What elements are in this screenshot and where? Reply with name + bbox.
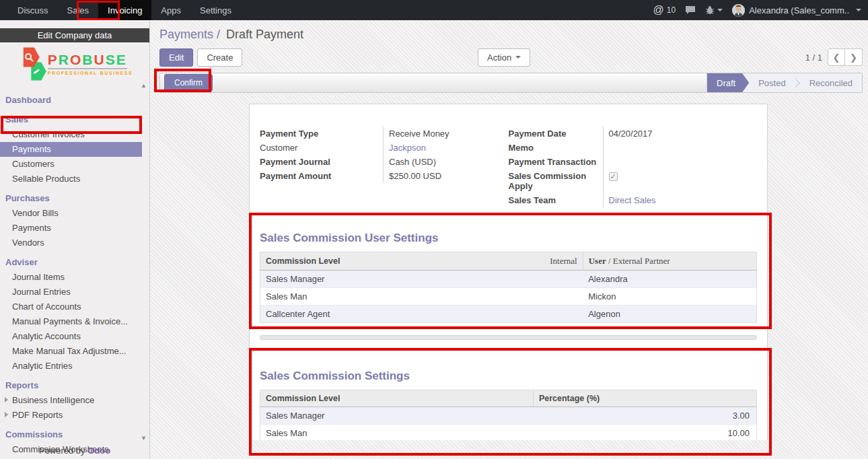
sidebar-section-label-dashboard[interactable]: Dashboard bbox=[0, 93, 149, 108]
cell-sales-manager-level[interactable]: Sales Manager bbox=[260, 271, 583, 288]
sidebar-item-business-intelligence[interactable]: Business Intelligence bbox=[0, 393, 149, 408]
field-label-memo: Memo bbox=[509, 141, 603, 155]
expand-caret-icon bbox=[5, 412, 8, 417]
cell-callcenter-agent-user[interactable]: Algenon bbox=[583, 306, 756, 323]
sidebar-item-payments[interactable]: Payments bbox=[0, 142, 142, 157]
form-column-right: Payment Date04/20/2017MemoPayment Transa… bbox=[509, 127, 758, 207]
field-value-payment-date: 04/20/2017 bbox=[603, 127, 758, 141]
table-hscroll-strip[interactable] bbox=[260, 335, 757, 340]
breadcrumb-payments-link[interactable]: Payments / bbox=[159, 28, 220, 41]
button-row: Edit Create Action 1 / 1 ❮ ❯ bbox=[159, 47, 863, 67]
powered-by-text: Powered by bbox=[39, 446, 85, 456]
create-button[interactable]: Create bbox=[197, 48, 242, 67]
sidebar-section-dashboard: Dashboard bbox=[0, 93, 149, 108]
user-caret-icon bbox=[856, 9, 861, 11]
user-menu[interactable]: Alexandra (Sales_comm.. bbox=[732, 4, 861, 17]
field-value-memo bbox=[603, 141, 758, 155]
payment-form: Payment TypeReceive MoneyCustomerJackpso… bbox=[260, 127, 757, 207]
sales-commission-apply-checkbox[interactable]: ✓ bbox=[609, 172, 618, 181]
sidebar-item-label: PDF Reports bbox=[12, 410, 63, 420]
sidebar-item-make-manual-tax-adjustme[interactable]: Make Manual Tax Adjustme... bbox=[0, 344, 149, 359]
field-value-customer[interactable]: Jackpson bbox=[383, 141, 501, 155]
sidebar-item-journal-items[interactable]: Journal Items bbox=[0, 270, 149, 285]
table-row-sales-manager[interactable]: Sales Manager3.00 bbox=[260, 407, 757, 425]
pager-next-button[interactable]: ❯ bbox=[845, 48, 863, 66]
messages-icon[interactable] bbox=[685, 5, 696, 15]
col-header-internal-user[interactable]: User / External Partner bbox=[583, 252, 756, 271]
sidebar-item-vendors[interactable]: Vendors bbox=[0, 236, 149, 250]
sidebar-item-customer-invoices[interactable]: Customer Invoices bbox=[0, 127, 149, 142]
nav-item-discuss[interactable]: Discuss bbox=[8, 0, 58, 20]
breadcrumb: Payments / Draft Payment bbox=[159, 27, 863, 42]
sidebar-item-analytic-accounts[interactable]: Analytic Accounts bbox=[0, 329, 149, 344]
sidebar-section-label-adviser[interactable]: Adviser bbox=[0, 255, 149, 270]
sidebar-section-adviser: AdviserJournal ItemsJournal EntriesChart… bbox=[0, 255, 149, 374]
field-value-sales-team[interactable]: Direct Sales bbox=[603, 193, 758, 207]
edit-button[interactable]: Edit bbox=[159, 48, 193, 67]
edit-company-button[interactable]: Edit Company data bbox=[0, 28, 149, 42]
nav-item-settings[interactable]: Settings bbox=[190, 0, 241, 20]
sidebar-item-label: Chart of Accounts bbox=[12, 302, 81, 312]
col-header-commission-level-2[interactable]: Commission Level bbox=[260, 390, 534, 407]
col-header-percentage[interactable]: Percentage (%) bbox=[533, 390, 756, 407]
debug-bug-icon[interactable] bbox=[705, 5, 723, 15]
sidebar-item-customers[interactable]: Customers bbox=[0, 157, 149, 172]
sidebar-item-label: Customers bbox=[12, 159, 55, 169]
company-logo[interactable]: PROBUSE PROFESSIONAL BUSINESS bbox=[0, 42, 149, 87]
action-dropdown-button[interactable]: Action bbox=[478, 48, 530, 67]
pager-prev-button[interactable]: ❮ bbox=[828, 48, 845, 66]
mentions-counter[interactable]: @ 10 bbox=[653, 4, 676, 16]
sidebar-item-vendor-bills[interactable]: Vendor Bills bbox=[0, 206, 149, 221]
cell-sales-man-level[interactable]: Sales Man bbox=[260, 288, 583, 306]
col-header-commission-level[interactable]: Commission Level Internal bbox=[260, 252, 583, 271]
nav-item-invoicing[interactable]: Invoicing bbox=[98, 0, 151, 20]
table-row-callcenter-agent[interactable]: Callcenter AgentAlgenon bbox=[260, 306, 757, 323]
sidebar-scroll-up-icon[interactable]: ▲ bbox=[141, 82, 147, 89]
cell-sales-manager-pct[interactable]: 3.00 bbox=[533, 407, 756, 425]
odoo-brand: Odoo bbox=[87, 446, 110, 456]
top-navbar: DiscussSalesInvoicingAppsSettings @ 10 bbox=[0, 0, 868, 20]
status-state-posted[interactable]: Posted bbox=[749, 73, 795, 92]
user-header-bold: User bbox=[589, 256, 606, 266]
field-label-sales-team: Sales Team bbox=[509, 193, 603, 207]
powered-by-odoo[interactable]: Powered by Odoo bbox=[0, 444, 149, 458]
sidebar-item-label: Analytic Entries bbox=[12, 361, 73, 371]
logo-text: PROBUSE PROFESSIONAL BUSINESS bbox=[48, 52, 133, 75]
sidebar-item-label: Business Intelligence bbox=[12, 395, 94, 405]
table-row-sales-man[interactable]: Sales ManMickon bbox=[260, 288, 757, 306]
sidebar-item-journal-entries[interactable]: Journal Entries bbox=[0, 285, 149, 299]
cell-sales-manager-level[interactable]: Sales Manager bbox=[260, 407, 534, 425]
table-row-sales-manager[interactable]: Sales ManagerAlexandra bbox=[260, 271, 757, 288]
sidebar-item-sellable-products[interactable]: Sellable Products bbox=[0, 172, 149, 186]
sidebar-item-pdf-reports[interactable]: PDF Reports bbox=[0, 408, 149, 423]
field-value-payment-transaction bbox=[603, 155, 758, 169]
sidebar-item-payments[interactable]: Payments bbox=[0, 221, 149, 236]
nav-item-sales[interactable]: Sales bbox=[58, 0, 99, 20]
field-value-sales-commission-apply[interactable]: ✓ bbox=[603, 169, 758, 193]
sidebar-item-manual-payments-invoice[interactable]: Manual Payments & Invoice... bbox=[0, 314, 149, 329]
logo-letter: P bbox=[48, 52, 59, 67]
sidebar-item-analytic-entries[interactable]: Analytic Entries bbox=[0, 359, 149, 374]
cell-sales-man-level[interactable]: Sales Man bbox=[260, 425, 534, 441]
sidebar-item-label: Payments bbox=[12, 144, 51, 154]
sidebar-section-reports: ReportsBusiness IntelligencePDF Reports bbox=[0, 378, 149, 423]
cell-sales-manager-user[interactable]: Alexandra bbox=[583, 271, 756, 288]
sidebar-item-label: Payments bbox=[12, 223, 51, 233]
sidebar-section-label-reports[interactable]: Reports bbox=[0, 378, 149, 393]
sidebar-section-label-sales[interactable]: Sales bbox=[0, 112, 149, 127]
status-state-draft[interactable]: Draft bbox=[707, 73, 749, 92]
sidebar-section-label-purchases[interactable]: Purchases bbox=[0, 191, 149, 206]
cell-sales-man-pct[interactable]: 10.00 bbox=[533, 425, 756, 441]
field-label-payment-amount: Payment Amount bbox=[260, 169, 383, 183]
confirm-button[interactable]: Confirm bbox=[164, 74, 213, 92]
logo-letter: B bbox=[82, 52, 94, 67]
table-row-sales-man[interactable]: Sales Man10.00 bbox=[260, 425, 757, 441]
form-row-customer: CustomerJackpson bbox=[260, 141, 501, 155]
sidebar-section-label-commissions[interactable]: Commissions bbox=[0, 427, 149, 442]
sidebar-item-chart-of-accounts[interactable]: Chart of Accounts bbox=[0, 299, 149, 314]
status-state-reconciled[interactable]: Reconciled bbox=[800, 73, 862, 92]
cell-sales-man-user[interactable]: Mickon bbox=[583, 288, 756, 306]
sidebar-scroll-down-icon[interactable]: ▼ bbox=[141, 435, 147, 442]
nav-item-apps[interactable]: Apps bbox=[151, 0, 190, 20]
cell-callcenter-agent-level[interactable]: Callcenter Agent bbox=[260, 306, 583, 323]
